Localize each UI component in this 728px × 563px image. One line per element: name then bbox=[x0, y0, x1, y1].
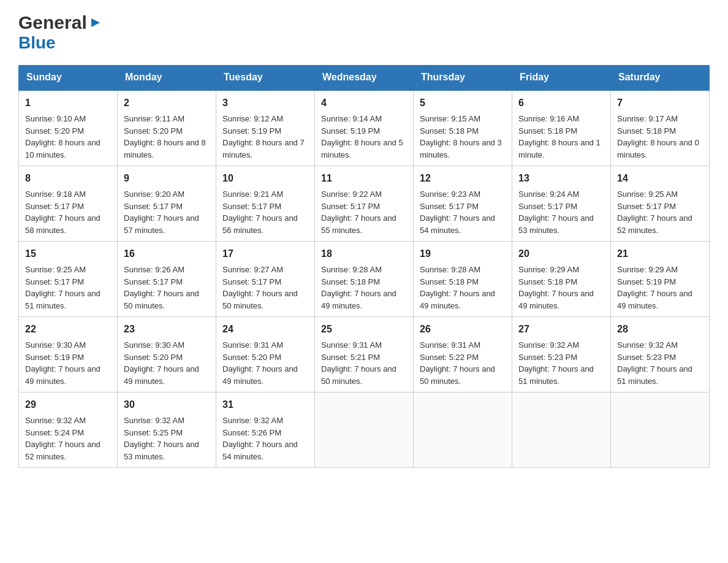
sunrise-text: Sunrise: 9:31 AM bbox=[321, 340, 382, 350]
calendar-cell: 16Sunrise: 9:26 AMSunset: 5:17 PMDayligh… bbox=[118, 242, 216, 317]
daylight-text: Daylight: 7 hours and 52 minutes. bbox=[25, 440, 100, 461]
day-number: 19 bbox=[420, 247, 506, 261]
calendar-cell: 17Sunrise: 9:27 AMSunset: 5:17 PMDayligh… bbox=[216, 242, 315, 317]
sunset-text: Sunset: 5:17 PM bbox=[124, 277, 183, 286]
sunset-text: Sunset: 5:18 PM bbox=[420, 277, 479, 286]
day-number: 10 bbox=[222, 171, 308, 186]
day-number: 7 bbox=[617, 96, 703, 110]
daylight-text: Daylight: 8 hours and 7 minutes. bbox=[222, 138, 305, 159]
calendar-header: SundayMondayTuesdayWednesdayThursdayFrid… bbox=[19, 66, 710, 90]
day-number: 9 bbox=[124, 171, 210, 186]
logo-blue-text: Blue bbox=[18, 33, 56, 52]
calendar-cell: 28Sunrise: 9:32 AMSunset: 5:23 PMDayligh… bbox=[611, 317, 710, 393]
sunrise-text: Sunrise: 9:31 AM bbox=[222, 340, 283, 350]
day-number: 1 bbox=[25, 96, 111, 110]
calendar-cell: 27Sunrise: 9:32 AMSunset: 5:23 PMDayligh… bbox=[512, 317, 611, 393]
calendar-cell: 31Sunrise: 9:32 AMSunset: 5:26 PMDayligh… bbox=[216, 393, 315, 468]
calendar-cell bbox=[414, 393, 512, 468]
calendar-cell: 10Sunrise: 9:21 AMSunset: 5:17 PMDayligh… bbox=[216, 166, 315, 242]
calendar-week-4: 22Sunrise: 9:30 AMSunset: 5:19 PMDayligh… bbox=[19, 317, 710, 393]
calendar-cell: 1Sunrise: 9:10 AMSunset: 5:20 PMDaylight… bbox=[19, 90, 118, 166]
daylight-text: Daylight: 7 hours and 49 minutes. bbox=[321, 289, 396, 310]
day-header-thursday: Thursday bbox=[414, 66, 512, 90]
sunrise-text: Sunrise: 9:14 AM bbox=[321, 114, 382, 123]
daylight-text: Daylight: 7 hours and 49 minutes. bbox=[617, 289, 692, 310]
day-number: 24 bbox=[222, 322, 308, 337]
sunrise-text: Sunrise: 9:16 AM bbox=[518, 114, 579, 123]
sunrise-text: Sunrise: 9:31 AM bbox=[420, 340, 480, 350]
sunrise-text: Sunrise: 9:32 AM bbox=[617, 340, 678, 350]
sunrise-text: Sunrise: 9:27 AM bbox=[222, 265, 283, 274]
sunrise-text: Sunrise: 9:30 AM bbox=[124, 340, 184, 350]
daylight-text: Daylight: 8 hours and 5 minutes. bbox=[321, 138, 403, 159]
sunrise-text: Sunrise: 9:11 AM bbox=[124, 114, 184, 123]
calendar-week-3: 15Sunrise: 9:25 AMSunset: 5:17 PMDayligh… bbox=[19, 242, 710, 317]
sunrise-text: Sunrise: 9:26 AM bbox=[124, 265, 184, 274]
calendar-week-1: 1Sunrise: 9:10 AMSunset: 5:20 PMDaylight… bbox=[19, 90, 710, 166]
day-number: 15 bbox=[25, 247, 111, 261]
sunrise-text: Sunrise: 9:10 AM bbox=[25, 114, 86, 123]
daylight-text: Daylight: 8 hours and 10 minutes. bbox=[25, 138, 100, 159]
calendar-cell: 20Sunrise: 9:29 AMSunset: 5:18 PMDayligh… bbox=[512, 242, 611, 317]
day-header-wednesday: Wednesday bbox=[315, 66, 414, 90]
day-number: 6 bbox=[518, 96, 604, 110]
sunrise-text: Sunrise: 9:29 AM bbox=[518, 265, 579, 274]
calendar-cell: 21Sunrise: 9:29 AMSunset: 5:19 PMDayligh… bbox=[611, 242, 710, 317]
daylight-text: Daylight: 7 hours and 54 minutes. bbox=[420, 213, 495, 235]
daylight-text: Daylight: 7 hours and 49 minutes. bbox=[25, 364, 100, 386]
sunrise-text: Sunrise: 9:12 AM bbox=[222, 114, 283, 123]
sunset-text: Sunset: 5:18 PM bbox=[617, 126, 676, 136]
day-header-sunday: Sunday bbox=[19, 66, 118, 90]
day-number: 14 bbox=[617, 171, 703, 186]
svg-marker-0 bbox=[91, 18, 100, 27]
calendar-cell: 3Sunrise: 9:12 AMSunset: 5:19 PMDaylight… bbox=[216, 90, 315, 166]
day-number: 12 bbox=[420, 171, 506, 186]
sunset-text: Sunset: 5:23 PM bbox=[617, 353, 676, 362]
daylight-text: Daylight: 7 hours and 50 minutes. bbox=[222, 289, 298, 310]
daylight-text: Daylight: 7 hours and 52 minutes. bbox=[617, 213, 692, 235]
sunrise-text: Sunrise: 9:20 AM bbox=[124, 190, 184, 199]
calendar-cell: 8Sunrise: 9:18 AMSunset: 5:17 PMDaylight… bbox=[19, 166, 118, 242]
day-header-saturday: Saturday bbox=[611, 66, 710, 90]
calendar-cell: 25Sunrise: 9:31 AMSunset: 5:21 PMDayligh… bbox=[315, 317, 414, 393]
day-number: 22 bbox=[25, 322, 111, 337]
sunset-text: Sunset: 5:18 PM bbox=[518, 277, 577, 286]
day-number: 18 bbox=[321, 247, 407, 261]
daylight-text: Daylight: 7 hours and 53 minutes. bbox=[518, 213, 594, 235]
sunrise-text: Sunrise: 9:28 AM bbox=[420, 265, 480, 274]
daylight-text: Daylight: 8 hours and 8 minutes. bbox=[124, 138, 206, 159]
sunset-text: Sunset: 5:19 PM bbox=[222, 126, 281, 136]
day-number: 2 bbox=[124, 96, 210, 110]
daylight-text: Daylight: 7 hours and 51 minutes. bbox=[518, 364, 594, 386]
daylight-text: Daylight: 7 hours and 49 minutes. bbox=[518, 289, 594, 310]
day-number: 28 bbox=[617, 322, 703, 337]
sunset-text: Sunset: 5:17 PM bbox=[25, 277, 84, 286]
calendar-cell bbox=[611, 393, 710, 468]
sunrise-text: Sunrise: 9:25 AM bbox=[25, 265, 86, 274]
day-number: 5 bbox=[420, 96, 506, 110]
logo-general-text: General bbox=[18, 12, 87, 33]
sunset-text: Sunset: 5:17 PM bbox=[222, 277, 281, 286]
sunrise-text: Sunrise: 9:21 AM bbox=[222, 190, 283, 199]
calendar-cell: 13Sunrise: 9:24 AMSunset: 5:17 PMDayligh… bbox=[512, 166, 611, 242]
sunset-text: Sunset: 5:22 PM bbox=[420, 353, 479, 362]
sunrise-text: Sunrise: 9:32 AM bbox=[518, 340, 579, 350]
day-number: 26 bbox=[420, 322, 506, 337]
daylight-text: Daylight: 7 hours and 57 minutes. bbox=[124, 213, 199, 235]
calendar-cell: 22Sunrise: 9:30 AMSunset: 5:19 PMDayligh… bbox=[19, 317, 118, 393]
daylight-text: Daylight: 7 hours and 51 minutes. bbox=[25, 289, 100, 310]
daylight-text: Daylight: 7 hours and 50 minutes. bbox=[420, 364, 495, 386]
daylight-text: Daylight: 7 hours and 50 minutes. bbox=[124, 289, 199, 310]
calendar-cell bbox=[512, 393, 611, 468]
day-number: 27 bbox=[518, 322, 604, 337]
sunrise-text: Sunrise: 9:32 AM bbox=[25, 416, 86, 425]
day-number: 29 bbox=[25, 397, 111, 412]
day-header-tuesday: Tuesday bbox=[216, 66, 315, 90]
calendar-cell: 9Sunrise: 9:20 AMSunset: 5:17 PMDaylight… bbox=[118, 166, 216, 242]
sunset-text: Sunset: 5:24 PM bbox=[25, 428, 84, 437]
calendar-cell: 7Sunrise: 9:17 AMSunset: 5:18 PMDaylight… bbox=[611, 90, 710, 166]
day-number: 16 bbox=[124, 247, 210, 261]
day-number: 21 bbox=[617, 247, 703, 261]
sunrise-text: Sunrise: 9:32 AM bbox=[124, 416, 184, 425]
calendar-cell: 11Sunrise: 9:22 AMSunset: 5:17 PMDayligh… bbox=[315, 166, 414, 242]
